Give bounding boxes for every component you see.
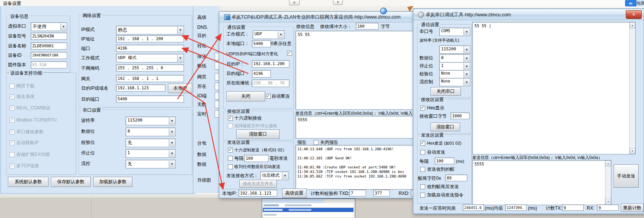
parity-select[interactable]: None	[439, 70, 470, 78]
receive-textarea[interactable]: 55 55	[295, 31, 413, 110]
com-port-select[interactable]: COM5	[439, 28, 470, 36]
interval-field[interactable]: 100	[244, 155, 269, 162]
group-title: 通信设置	[420, 22, 440, 28]
recount-button[interactable]: 重新计数	[621, 204, 644, 212]
serial-tool-titlebar[interactable]: 卓岚串口调试工具-http://www.zlmcu.com ✕	[413, 9, 644, 20]
echo-send-checkbox[interactable]	[420, 167, 425, 172]
dropdown-arrow-icon[interactable]	[463, 79, 470, 86]
hex-display-checkbox[interactable]	[420, 106, 425, 111]
infinity-icon[interactable]: ∞	[625, 0, 636, 6]
flow-select[interactable]: 无	[126, 160, 176, 168]
dropdown-arrow-icon[interactable]	[282, 172, 288, 179]
recv-file-checkbox	[228, 123, 233, 128]
local-ip-field[interactable]: 192.168.1.123	[239, 190, 277, 196]
dest-port-field[interactable]: 5400	[116, 95, 184, 103]
manual-send-button[interactable]: 手动发送	[614, 164, 639, 188]
recv-buffer-field[interactable]: 100	[356, 23, 379, 30]
dropdown-arrow-icon[interactable]	[463, 55, 470, 62]
system-default-button[interactable]: 系统默认参数	[8, 177, 49, 187]
stopbits-select[interactable]: 1	[126, 149, 176, 158]
dropdown-arrow-icon[interactable]	[177, 26, 183, 34]
model-field[interactable]: ZLSN2043N	[31, 33, 67, 40]
tail-send-checkbox[interactable]	[420, 184, 425, 189]
dropdown-arrow-icon[interactable]	[463, 28, 470, 35]
advanced-settings-button[interactable]: 高级设置	[282, 188, 306, 198]
interval-send-checkbox[interactable]	[228, 156, 233, 161]
close-button[interactable]: ✕	[626, 10, 642, 19]
overlay-drag-label[interactable]: 拖拽	[636, 0, 644, 6]
send-textarea[interactable]: 5555 ▲ ▼	[472, 160, 611, 205]
parity-select[interactable]: 无	[126, 139, 176, 147]
dropdown-arrow-icon[interactable]	[463, 63, 470, 70]
hex-recv-checkbox[interactable]	[228, 116, 233, 121]
trigger-send-checkbox[interactable]	[228, 164, 233, 169]
work-mode-select[interactable]: UDP 模式	[116, 54, 184, 62]
scrollbar[interactable]: ▲ ▼	[605, 160, 611, 205]
response-time-field: 246451.6	[463, 204, 484, 211]
hex-send-checkbox[interactable]	[228, 148, 233, 153]
dropdown-arrow-icon[interactable]	[169, 160, 175, 168]
background-close-button[interactable]: ✕	[333, 0, 343, 5]
report-log[interactable]: 11:40:13.648 :UDP rcv from 192.168.1.200…	[295, 145, 413, 190]
scrollbar-down-icon[interactable]: ▼	[630, 148, 635, 154]
dropdown-arrow-icon[interactable]	[169, 117, 175, 125]
dest-ip-field[interactable]: 192.168.1.200	[252, 60, 289, 68]
virtual-serial-select[interactable]: 不使用	[31, 22, 67, 31]
baud-select[interactable]: 115200	[439, 45, 470, 54]
work-mode-select[interactable]: UDP	[253, 30, 284, 39]
ip-mode-select[interactable]: 静态	[116, 26, 184, 34]
auto-send-checkbox[interactable]	[420, 150, 425, 155]
ip-field[interactable]: 192 . 168 . 1 . 200	[116, 35, 184, 42]
screen-overlay-toolbar[interactable]: ∞ 拖拽	[625, 0, 644, 6]
load-default-button[interactable]: 加载默认参数	[93, 177, 132, 187]
databits-select[interactable]: 8	[126, 128, 176, 136]
scrollbar[interactable]: ▲ ▼	[629, 22, 635, 154]
dest-ip-field[interactable]: 192.168.1.123	[116, 84, 165, 92]
udp-follow-checkbox[interactable]	[287, 51, 292, 56]
mask-field[interactable]: 255 . 255 . 255 . 0	[116, 64, 184, 72]
hex-send-label: 十六进制发送（格式01 02）	[234, 147, 287, 153]
save-default-button[interactable]: 保存默认参数	[51, 177, 91, 187]
close-serial-button[interactable]: 关闭串口	[430, 87, 461, 96]
frame-tail-field[interactable]: 89	[445, 174, 467, 181]
device-id-field[interactable]: 284E9B6EF1B0	[31, 52, 67, 59]
desktop-strip-bottomleft-mid	[0, 195, 219, 198]
load-auto-send-checkbox[interactable]	[420, 193, 425, 198]
name-field[interactable]: ZLDEV0001	[31, 42, 67, 50]
hex-send-checkbox[interactable]	[420, 141, 425, 146]
receive-textarea[interactable]: 55 55 | ▲ ▼	[472, 22, 636, 154]
send-mode-select[interactable]: 信息模式	[260, 171, 289, 180]
interval-field[interactable]: 100	[435, 157, 454, 164]
flow-select[interactable]: None	[439, 78, 470, 86]
report-close-checkbox[interactable]	[314, 140, 319, 145]
dropdown-arrow-icon[interactable]	[463, 71, 470, 78]
dropdown-arrow-icon[interactable]	[169, 139, 175, 146]
clear-window-button[interactable]: 清除窗口	[236, 129, 280, 139]
app-icon	[418, 12, 424, 18]
background-close-button[interactable]: ✕	[289, 0, 300, 5]
recv-window-field[interactable]: 1000	[451, 112, 470, 119]
send-textarea[interactable]: 5555	[295, 116, 413, 139]
stopbits-select[interactable]: 1	[439, 62, 470, 70]
gateway-field[interactable]: 192 . 168 . 1 . 1	[116, 75, 184, 82]
scrollbar-down-icon[interactable]: ▼	[605, 199, 611, 205]
databits-select[interactable]: 8	[439, 54, 470, 62]
port-field[interactable]: 4196	[116, 45, 184, 52]
dest-port-field[interactable]: 4196	[252, 70, 271, 78]
scrollbar-up-icon[interactable]: ▲	[630, 22, 635, 28]
feature-checkbox	[9, 94, 14, 99]
dropdown-arrow-icon[interactable]	[169, 128, 175, 135]
dropdown-arrow-icon[interactable]	[463, 46, 470, 53]
scrollbar-up-icon[interactable]: ▲	[605, 160, 611, 167]
dropdown-arrow-icon[interactable]	[169, 150, 175, 157]
dropdown-arrow-icon[interactable]	[177, 54, 183, 62]
clear-window-button[interactable]: 清除窗口	[430, 123, 460, 131]
auto-reconnect-checkbox[interactable]	[266, 94, 271, 99]
feature-checkbox	[9, 140, 14, 145]
dropdown-arrow-icon[interactable]	[278, 31, 284, 38]
close-connection-button[interactable]: 关闭	[226, 91, 265, 101]
local-ip-button[interactable]: 本地IP	[168, 84, 192, 93]
local-port-field[interactable]: 5400	[252, 40, 271, 47]
baud-select[interactable]: 115200	[126, 117, 176, 125]
dropdown-arrow-icon[interactable]	[60, 23, 66, 30]
